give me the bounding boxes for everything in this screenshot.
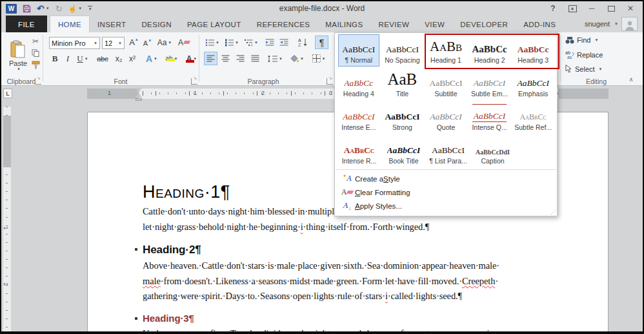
copy-button[interactable] <box>30 48 41 58</box>
shrink-font-button[interactable]: A▼ <box>141 37 154 49</box>
style-card-no-spacing[interactable]: AaBbCcINo Spacing <box>381 34 423 67</box>
paste-button[interactable]: Paste ▼ <box>5 35 31 76</box>
cut-button[interactable]: ✂ <box>30 36 41 47</box>
style-card-caption[interactable]: AaBbCcDdICaption <box>472 135 514 167</box>
change-case-button[interactable]: Aa▼ <box>156 36 173 48</box>
font-group-label: Font <box>44 78 197 85</box>
left-indent-marker[interactable] <box>136 98 142 101</box>
clear-formatting-button[interactable]: A <box>177 36 191 48</box>
style-separator-mark <box>135 248 137 251</box>
doc-heading-3: Heading·3¶ <box>143 312 608 325</box>
style-card-subtle-emphasis[interactable]: AaBbCcISubtle Em... <box>468 68 510 100</box>
justify-button[interactable] <box>248 52 262 65</box>
style-card-heading-1[interactable]: AaBbHeading 1 <box>425 34 467 67</box>
clear-formatting-menu-item[interactable]: A Clear Formatting <box>335 185 557 199</box>
italic-button[interactable]: I <box>62 52 74 65</box>
customize-qat-icon <box>88 6 92 6</box>
create-style-menu-item[interactable]: ✦A Create a Style <box>335 172 557 185</box>
close-button[interactable]: ✕ <box>622 3 639 14</box>
style-card-intense-emphasis[interactable]: AaBbCcIIntense E... <box>338 101 380 134</box>
style-card-strong[interactable]: AaBbCcIStrong <box>381 101 423 134</box>
style-card-subtitle[interactable]: AaBbCcISubtitle <box>425 68 467 100</box>
line-spacing-button[interactable]: ▼ <box>266 52 284 65</box>
word-logo[interactable]: W <box>6 4 17 14</box>
superscript-button[interactable]: x² <box>126 52 139 65</box>
style-card-list-paragraph[interactable]: AaBbCcI¶ List Para... <box>427 135 470 167</box>
redo-button[interactable]: ↻ <box>55 5 63 13</box>
touch-mode-button[interactable]: ☝▼ <box>68 5 83 12</box>
tab-design[interactable]: DESIGN <box>134 16 179 32</box>
sort-button[interactable]: AZ <box>296 36 311 48</box>
account-menu[interactable]: snugent ▼ <box>585 16 638 32</box>
replace-button[interactable]: abac Replace <box>565 50 603 59</box>
style-card-book-title[interactable]: AaBbCcIBook Title <box>383 135 425 167</box>
subscript-button[interactable]: x₂ <box>112 52 125 65</box>
grow-font-button[interactable]: A▲ <box>128 36 140 48</box>
undo-button[interactable]: ↶▼ <box>37 4 50 13</box>
bullets-button[interactable]: ▼ <box>204 36 221 48</box>
style-card-heading-2[interactable]: AaBbCcHeading 2 <box>468 34 510 67</box>
tab-review[interactable]: REVIEW <box>371 16 418 32</box>
font-size-combo[interactable]: 12▼ <box>102 37 125 49</box>
align-center-button[interactable] <box>219 52 232 65</box>
style-card-heading-3[interactable]: AaBbCcHeading 3 <box>512 34 554 67</box>
style-card-intense-quote[interactable]: AaBbCcIIntense Q... <box>468 101 510 134</box>
multilevel-list-button[interactable]: ▼ <box>243 36 259 48</box>
tab-developer[interactable]: DEVELOPER <box>452 16 516 32</box>
increase-indent-button[interactable] <box>277 36 290 48</box>
style-card-title[interactable]: AaBTitle <box>381 68 423 100</box>
tab-add-ins[interactable]: ADD-INS <box>516 16 563 32</box>
borders-button[interactable]: ▼ <box>310 52 328 65</box>
help-button[interactable]: ? <box>545 3 561 14</box>
customize-qat-button[interactable]: ▼ <box>88 6 92 11</box>
hanging-indent-marker[interactable] <box>136 93 142 98</box>
ribbon-display-options-icon: ▲ <box>569 5 577 12</box>
style-card-emphasis[interactable]: AaBbCcIEmphasis <box>512 68 554 100</box>
font-name-combo[interactable]: Minion Pro▼ <box>49 37 100 49</box>
maximize-button[interactable] <box>603 3 619 14</box>
shading-button[interactable]: ▼ <box>288 52 306 65</box>
align-right-icon <box>236 55 245 62</box>
align-left-button[interactable] <box>204 52 217 65</box>
clipboard-dialog-launcher[interactable] <box>35 78 41 85</box>
tab-file[interactable]: FILE <box>6 16 47 32</box>
tab-insert[interactable]: INSERT <box>90 16 134 32</box>
style-card-normal[interactable]: AaBbCcI¶ Normal <box>338 34 380 67</box>
avatar[interactable] <box>621 17 638 31</box>
format-painter-button[interactable] <box>30 59 41 70</box>
font-dialog-launcher[interactable] <box>191 78 197 85</box>
tab-view[interactable]: VIEW <box>417 16 452 32</box>
style-card-intense-reference[interactable]: AaBbCcIntense R... <box>338 135 381 167</box>
collapse-ribbon-button[interactable]: ∧ <box>626 75 636 84</box>
decrease-indent-button[interactable] <box>263 36 276 48</box>
tab-mailings[interactable]: MAILINGS <box>317 16 370 32</box>
tab-home[interactable]: HOME <box>50 16 90 32</box>
numbering-button[interactable]: ▼ <box>223 36 240 48</box>
apply-styles-menu-item[interactable]: A↓ Apply Styles... <box>335 199 557 213</box>
style-card-heading-4[interactable]: AaBbCcHeading 4 <box>338 68 380 100</box>
strikethrough-button[interactable]: abc <box>94 52 111 65</box>
bullets-icon <box>205 39 214 47</box>
underline-button[interactable]: U▼ <box>75 52 90 65</box>
save-icon[interactable] <box>23 5 31 13</box>
tab-stop-selector[interactable]: L <box>3 89 12 98</box>
font-color-button[interactable]: A▼ <box>183 52 200 65</box>
style-card-subtle-reference[interactable]: AaBbCcSubtle Ref... <box>512 101 554 134</box>
ribbon-display-options-button[interactable]: ▲ <box>564 3 581 14</box>
menu-separator <box>336 169 556 170</box>
paragraph-dialog-launcher[interactable] <box>327 78 333 85</box>
highlight-color-button[interactable]: ab▼ <box>163 52 181 65</box>
find-button[interactable]: Find▼ <box>565 36 598 44</box>
text-effects-button[interactable]: A▼ <box>143 52 160 65</box>
show-hide-formatting-button[interactable]: ¶ <box>315 36 328 49</box>
bold-button[interactable]: B <box>49 52 61 65</box>
vertical-ruler[interactable]: 1 2 <box>3 107 11 331</box>
resize-handle[interactable]: ⋰ <box>550 209 556 215</box>
align-right-button[interactable] <box>234 52 247 65</box>
tab-references[interactable]: REFERENCES <box>249 16 318 32</box>
style-card-quote[interactable]: AaBbCcIQuote <box>425 101 467 134</box>
tab-page-layout[interactable]: PAGE LAYOUT <box>179 16 249 32</box>
minimize-button[interactable]: ─ <box>583 3 600 14</box>
first-line-indent-marker[interactable] <box>136 88 142 92</box>
select-button[interactable]: Select▼ <box>565 65 603 73</box>
